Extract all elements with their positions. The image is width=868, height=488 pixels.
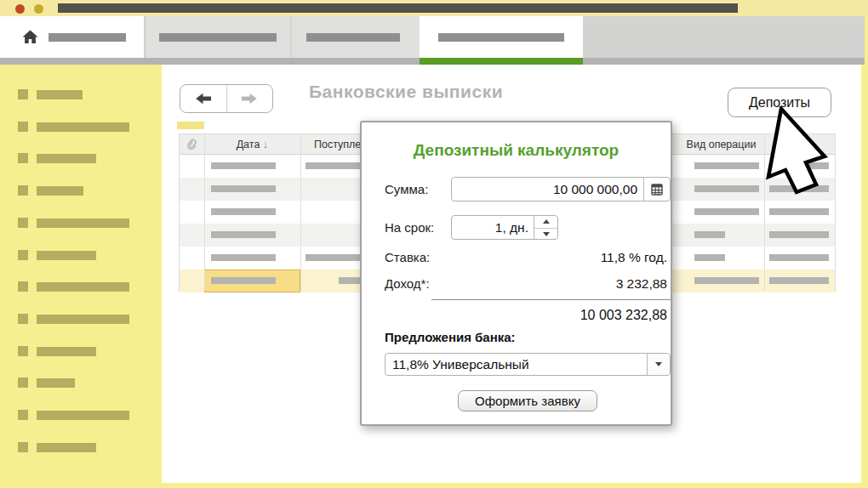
spinner-down-button[interactable] [534, 228, 557, 241]
income-value: 3 232,88 [616, 276, 667, 292]
window-close-dot[interactable] [15, 4, 25, 14]
cell-value-placeholder [694, 162, 759, 169]
deposit-calculator-dialog: Депозитный калькулятор Сумма: 10 000 000… [360, 121, 672, 426]
sort-desc-icon: ↓ [263, 138, 269, 150]
app-window: Банковские выписки Депозиты Дата ↓ Посту… [0, 0, 868, 488]
tab-3[interactable] [292, 16, 420, 58]
bank-offer-select[interactable]: 11,8% Универсальный [385, 353, 671, 376]
tab-label-placeholder [49, 33, 126, 42]
back-button[interactable] [180, 85, 227, 112]
sum-value: 10 000 000,00 [553, 178, 637, 201]
cell-value-placeholder [769, 254, 829, 261]
sidebar-item-4[interactable] [0, 184, 162, 196]
active-tab-underline [420, 58, 583, 65]
term-value: 1, дн. [495, 216, 528, 239]
sidebar-item-icon [18, 122, 28, 132]
sidebar-item-12[interactable] [0, 441, 162, 453]
cell-value-placeholder [769, 231, 829, 238]
back-arrow-icon [194, 93, 213, 105]
breadcrumb-placeholder [177, 122, 204, 129]
operation-type-column-header[interactable]: Вид операции [678, 134, 764, 155]
submit-application-button[interactable]: Оформить заявку [458, 390, 597, 411]
sidebar-item-icon [18, 346, 28, 356]
term-spinner [534, 216, 557, 239]
bank-offers-label: Предложения банка: [385, 330, 516, 344]
cell-value-placeholder [769, 277, 829, 284]
spinner-up-icon [543, 219, 550, 224]
tab-label-placeholder [306, 33, 400, 42]
sidebar-item-label-placeholder [37, 186, 83, 196]
forward-arrow-icon [240, 93, 259, 105]
cell-value-placeholder [211, 208, 276, 215]
sidebar-item-6[interactable] [0, 249, 162, 261]
dropdown-button[interactable] [647, 354, 670, 375]
page-title: Банковские выписки [309, 82, 503, 102]
sidebar-item-7[interactable] [0, 281, 162, 292]
sidebar-item-icon [18, 89, 28, 99]
tab-bar [0, 16, 865, 58]
cursor-icon [766, 106, 832, 200]
calculator-icon [651, 184, 663, 196]
cell-value-placeholder [769, 208, 829, 215]
bank-offer-selected: 11,8% Универсальный [392, 354, 529, 375]
sidebar-item-8[interactable] [0, 313, 162, 325]
sidebar-item-icon [18, 153, 28, 163]
date-column-header[interactable]: Дата ↓ [204, 134, 300, 155]
sidebar-item-icon [18, 185, 28, 196]
calculator-button[interactable] [643, 178, 670, 201]
spinner-up-button[interactable] [534, 216, 557, 228]
cell-value-placeholder [694, 254, 725, 261]
sidebar-item-9[interactable] [0, 345, 162, 357]
sidebar-item-label-placeholder [37, 347, 96, 356]
home-icon [21, 29, 39, 44]
sidebar-item-5[interactable] [0, 217, 162, 229]
sidebar-item-label-placeholder [37, 251, 96, 260]
forward-button[interactable] [227, 85, 273, 112]
sidebar-item-label-placeholder [37, 282, 129, 292]
sidebar-item-icon [18, 442, 28, 452]
term-label: На срок: [385, 220, 434, 235]
tab-home[interactable] [0, 16, 144, 58]
cell-value-placeholder [211, 254, 276, 261]
total-divider [431, 299, 671, 300]
spinner-down-icon [543, 232, 550, 236]
rate-label: Ставка: [385, 250, 430, 264]
term-input[interactable]: 1, дн. [451, 215, 558, 240]
titlebar-placeholder [58, 3, 738, 13]
sidebar-item-label-placeholder [37, 90, 83, 99]
cell-value-placeholder [694, 231, 725, 238]
sidebar-item-label-placeholder [37, 154, 96, 163]
tab-4[interactable] [420, 16, 583, 58]
sidebar-item-label-placeholder [37, 378, 75, 388]
sidebar-item-label-placeholder [37, 218, 129, 228]
cell-value-placeholder [211, 231, 276, 238]
sidebar-item-icon [18, 377, 28, 388]
sidebar-item-2[interactable] [0, 121, 162, 133]
rate-value: 11,8 % год. [601, 250, 667, 265]
income-label: Доход*: [385, 276, 430, 291]
sidebar-item-icon [18, 410, 28, 420]
attachment-column-header[interactable] [180, 134, 204, 155]
total-value: 10 003 232,88 [580, 308, 667, 323]
cell-value-placeholder [694, 277, 759, 284]
sidebar-item-11[interactable] [0, 409, 162, 421]
tab-2[interactable] [146, 16, 290, 58]
sidebar-item-label-placeholder [37, 315, 129, 324]
window-minimize-dot[interactable] [34, 4, 43, 14]
cell-value-placeholder [211, 185, 276, 192]
sidebar-item-3[interactable] [0, 152, 162, 164]
cell-value-placeholder [694, 185, 759, 192]
tab-label-placeholder [159, 33, 277, 42]
sidebar-item-icon [18, 281, 28, 292]
sidebar-menu [0, 65, 162, 483]
cell-value-placeholder [694, 208, 759, 215]
sum-input[interactable]: 10 000 000,00 [451, 177, 671, 201]
sidebar-item-icon [18, 218, 28, 228]
sum-label: Сумма: [385, 182, 428, 196]
sidebar-item-10[interactable] [0, 377, 162, 389]
sidebar-item-icon [18, 250, 28, 260]
dialog-title: Депозитный калькулятор [362, 141, 671, 160]
cell-value-placeholder [211, 277, 276, 284]
chevron-down-icon [655, 362, 662, 366]
sidebar-item-1[interactable] [0, 88, 162, 100]
